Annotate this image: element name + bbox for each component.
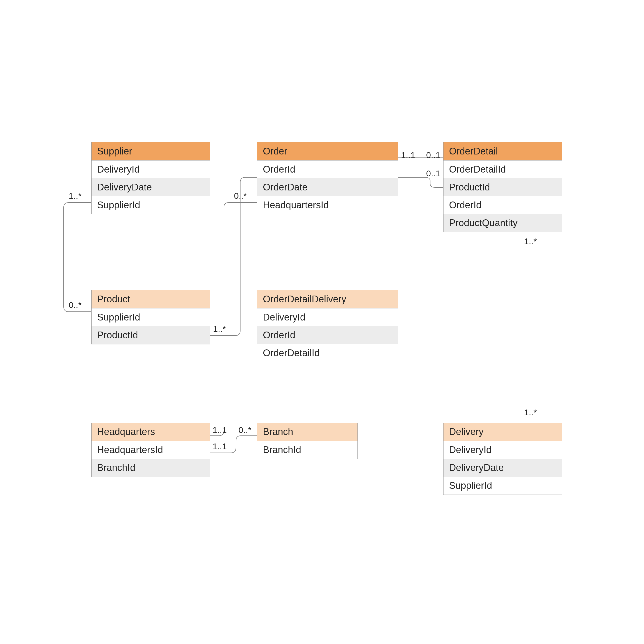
mult-product-right: 1..*: [213, 324, 226, 334]
entity-field: DeliveryDate: [92, 178, 210, 196]
entity-field: HeadquartersId: [257, 196, 398, 214]
entity-orderdetail: OrderDetail OrderDetailId ProductId Orde…: [443, 142, 562, 232]
entity-field: DeliveryId: [257, 308, 398, 326]
entity-title: Product: [92, 290, 210, 308]
entity-title: Delivery: [444, 423, 562, 441]
mult-product-left: 0..*: [69, 300, 82, 310]
entity-orderdetaildelivery: OrderDetailDelivery DeliveryId OrderId O…: [257, 290, 398, 362]
entity-title: Headquarters: [92, 423, 210, 441]
entity-field: HeadquartersId: [92, 441, 210, 459]
mult-delivery-top: 1..*: [524, 408, 537, 417]
mult-orderdetail-bot: 1..*: [524, 236, 537, 246]
entity-title: Branch: [257, 423, 357, 441]
entity-field: ProductId: [444, 178, 562, 196]
entity-order: Order OrderId OrderDate HeadquartersId: [257, 142, 398, 214]
entity-field: SupplierId: [444, 477, 562, 495]
entity-field: BranchId: [92, 459, 210, 477]
entity-field: BranchId: [257, 441, 357, 459]
entity-field: SupplierId: [92, 308, 210, 326]
entity-field: OrderDetailId: [444, 160, 562, 178]
mult-orderdetail-lt: 0..1: [426, 150, 440, 160]
entity-title: OrderDetailDelivery: [257, 290, 398, 308]
entity-title: Order: [257, 142, 398, 160]
mult-hq-right-bot: 1..1: [213, 441, 227, 451]
entity-supplier: Supplier DeliveryId DeliveryDate Supplie…: [91, 142, 210, 214]
entity-branch: Branch BranchId: [257, 423, 358, 459]
mult-branch-left: 0..*: [238, 425, 251, 435]
entity-product: Product SupplierId ProductId: [91, 290, 210, 344]
entity-field: DeliveryId: [92, 160, 210, 178]
entity-field: OrderDate: [257, 178, 398, 196]
entity-field: OrderId: [444, 196, 562, 214]
mult-orderdetail-lb: 0..1: [426, 169, 440, 178]
entity-delivery: Delivery DeliveryId DeliveryDate Supplie…: [443, 423, 562, 495]
entity-field: DeliveryDate: [444, 459, 562, 477]
entity-title: OrderDetail: [444, 142, 562, 160]
er-diagram-canvas: 1..* 0..* 1..* 0..* 1..1 0..1 0..1 1..* …: [0, 0, 644, 644]
entity-field: ProductQuantity: [444, 214, 562, 232]
entity-field: DeliveryId: [444, 441, 562, 459]
entity-field: OrderId: [257, 326, 398, 344]
mult-supplier-left: 1..*: [69, 191, 82, 201]
entity-headquarters: Headquarters HeadquartersId BranchId: [91, 423, 210, 477]
entity-field: SupplierId: [92, 196, 210, 214]
entity-title: Supplier: [92, 142, 210, 160]
mult-order-left: 0..*: [234, 191, 247, 201]
mult-order-right: 1..1: [401, 150, 415, 160]
entity-field: OrderId: [257, 160, 398, 178]
entity-field: OrderDetailId: [257, 344, 398, 362]
mult-hq-right-top: 1..1: [213, 425, 227, 435]
entity-field: ProductId: [92, 326, 210, 344]
